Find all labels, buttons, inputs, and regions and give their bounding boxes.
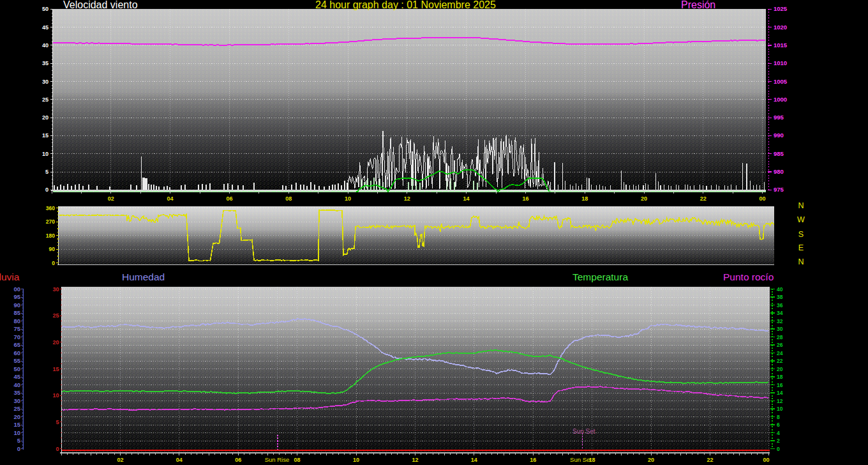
- svg-text:0: 0: [17, 445, 20, 452]
- svg-text:36: 36: [777, 302, 783, 309]
- svg-text:25: 25: [13, 405, 20, 412]
- svg-text:02: 02: [117, 457, 123, 463]
- svg-text:95: 95: [13, 293, 20, 300]
- svg-text:00: 00: [763, 457, 769, 463]
- svg-text:14: 14: [471, 457, 477, 463]
- svg-text:20: 20: [648, 457, 654, 463]
- svg-text:30: 30: [13, 397, 20, 404]
- svg-text:N: N: [798, 257, 804, 266]
- svg-text:N: N: [798, 201, 804, 210]
- svg-text:40: 40: [777, 286, 783, 293]
- svg-text:S: S: [798, 230, 804, 239]
- svg-text:20: 20: [641, 195, 647, 202]
- svg-text:00: 00: [760, 195, 766, 202]
- svg-text:995: 995: [774, 114, 784, 121]
- svg-text:Sun Set: Sun Set: [570, 456, 592, 463]
- svg-text:55: 55: [13, 357, 20, 364]
- svg-text:16: 16: [530, 457, 536, 463]
- svg-text:25: 25: [42, 96, 49, 103]
- svg-text:75: 75: [13, 325, 20, 332]
- svg-text:0: 0: [52, 260, 55, 266]
- svg-text:32: 32: [777, 318, 783, 324]
- svg-text:lluvia: lluvia: [0, 271, 20, 282]
- svg-text:Sun Rise: Sun Rise: [265, 456, 290, 463]
- svg-text:5: 5: [45, 169, 49, 175]
- svg-text:06: 06: [226, 195, 232, 202]
- svg-text:15: 15: [42, 132, 49, 139]
- svg-text:22: 22: [777, 358, 783, 364]
- svg-text:W: W: [797, 215, 805, 224]
- svg-text:28: 28: [777, 334, 783, 340]
- svg-text:24 hour graph day : 01 Noviemb: 24 hour graph day : 01 Noviembre 2025: [315, 0, 496, 10]
- svg-text:30: 30: [777, 326, 783, 332]
- svg-text:85: 85: [13, 309, 20, 316]
- svg-text:14: 14: [463, 195, 470, 202]
- svg-text:40: 40: [13, 381, 20, 388]
- svg-text:1010: 1010: [774, 59, 787, 66]
- svg-text:8: 8: [777, 414, 780, 420]
- svg-text:20: 20: [52, 339, 59, 346]
- svg-text:15: 15: [13, 421, 20, 428]
- svg-text:1000: 1000: [774, 96, 787, 103]
- svg-text:35: 35: [13, 389, 20, 396]
- svg-text:22: 22: [707, 457, 713, 463]
- svg-text:0: 0: [56, 446, 59, 452]
- svg-text:20: 20: [777, 366, 783, 372]
- svg-text:40: 40: [42, 42, 49, 49]
- svg-text:06: 06: [235, 457, 241, 463]
- svg-text:10: 10: [42, 151, 49, 157]
- svg-text:16: 16: [522, 195, 528, 202]
- svg-text:18: 18: [777, 374, 783, 380]
- svg-text:10: 10: [353, 457, 359, 463]
- svg-text:22: 22: [700, 195, 707, 202]
- svg-text:0: 0: [777, 446, 780, 452]
- svg-text:1025: 1025: [774, 5, 788, 12]
- svg-text:270: 270: [46, 218, 55, 225]
- svg-text:16: 16: [777, 382, 783, 388]
- svg-text:Punto rocío: Punto rocío: [723, 271, 774, 282]
- svg-text:02: 02: [108, 195, 114, 202]
- svg-text:10: 10: [777, 406, 783, 412]
- svg-text:180: 180: [46, 232, 55, 239]
- svg-text:38: 38: [777, 294, 783, 300]
- svg-text:980: 980: [774, 168, 784, 175]
- svg-text:10: 10: [52, 392, 59, 399]
- svg-text:20: 20: [42, 114, 49, 121]
- svg-text:15: 15: [52, 366, 59, 372]
- svg-text:10: 10: [13, 429, 20, 436]
- svg-text:24: 24: [777, 350, 783, 356]
- svg-text:18: 18: [581, 195, 588, 202]
- svg-text:04: 04: [167, 195, 174, 202]
- svg-text:35: 35: [42, 60, 49, 66]
- svg-text:08: 08: [294, 457, 301, 463]
- svg-text:30: 30: [42, 79, 49, 85]
- svg-text:Velocidad viento: Velocidad viento: [63, 0, 138, 10]
- svg-text:25: 25: [52, 312, 59, 319]
- svg-text:90: 90: [49, 246, 56, 252]
- svg-text:1005: 1005: [774, 78, 788, 85]
- svg-text:90: 90: [13, 301, 20, 309]
- svg-text:04: 04: [176, 457, 183, 463]
- svg-text:12: 12: [404, 195, 410, 202]
- svg-text:60: 60: [13, 349, 20, 356]
- svg-text:14: 14: [777, 390, 783, 396]
- svg-text:50: 50: [42, 6, 49, 12]
- svg-text:65: 65: [13, 341, 20, 348]
- svg-text:990: 990: [774, 132, 784, 139]
- svg-text:30: 30: [52, 286, 59, 293]
- svg-text:20: 20: [13, 413, 20, 420]
- svg-text:10: 10: [345, 195, 351, 202]
- svg-text:4: 4: [777, 430, 780, 436]
- svg-text:08: 08: [285, 195, 292, 202]
- svg-text:975: 975: [774, 186, 784, 193]
- svg-text:45: 45: [13, 373, 20, 380]
- svg-text:Temperatura: Temperatura: [572, 271, 628, 282]
- svg-text:1015: 1015: [774, 42, 788, 49]
- svg-text:00: 00: [13, 286, 20, 293]
- svg-text:12: 12: [777, 398, 783, 404]
- svg-text:6: 6: [777, 422, 780, 428]
- svg-text:Sun Set: Sun Set: [572, 428, 595, 435]
- svg-text:360: 360: [46, 205, 55, 211]
- svg-text:Humedad: Humedad: [122, 271, 165, 282]
- svg-text:26: 26: [777, 342, 783, 348]
